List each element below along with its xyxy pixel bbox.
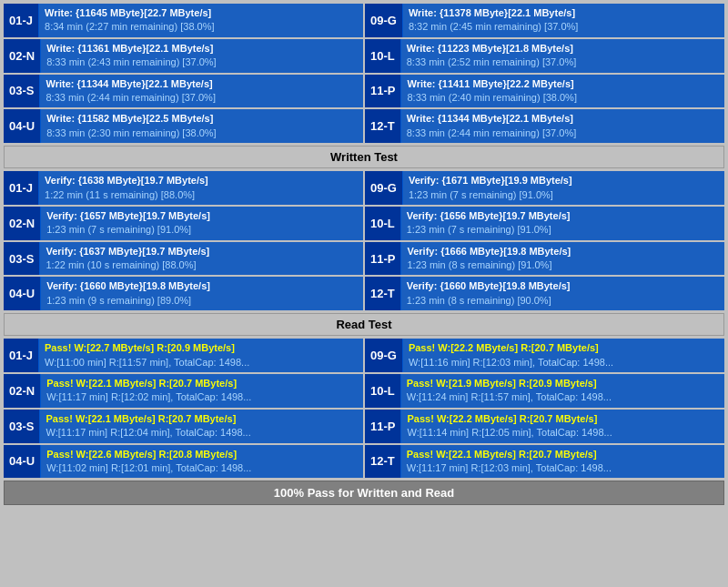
write-section: 01-JWrite: {11645 MByte}[22.7 MByte/s]8:…: [4, 4, 724, 168]
device-line1: Write: {11378 MByte}[22.1 MByte/s]: [409, 6, 719, 20]
device-card: 02-NPass! W:[22.1 MByte/s] R:[20.7 MByte…: [4, 374, 363, 408]
device-info: Verify: {1638 MByte}[19.7 MByte/s]1:22 m…: [39, 171, 363, 205]
device-id-label: 09-G: [365, 4, 403, 37]
verify-section: 01-JVerify: {1638 MByte}[19.7 MByte/s]1:…: [4, 171, 724, 336]
device-line2: 1:23 min (7 s remaining) [91.0%]: [409, 188, 719, 202]
device-info: Pass! W:[22.1 MByte/s] R:[20.7 MByte/s]W…: [40, 410, 363, 443]
device-line2: 1:23 min (7 s remaining) [91.0%]: [46, 223, 358, 237]
device-line1: Write: {11223 MByte}[21.8 MByte/s]: [407, 42, 719, 56]
device-line1: Verify: {1657 MByte}[19.7 MByte/s]: [46, 209, 358, 223]
device-card: 12-TVerify: {1660 MByte}[19.8 MByte/s]1:…: [365, 277, 724, 310]
device-card: 11-PWrite: {11411 MByte}[22.2 MByte/s]8:…: [365, 75, 724, 108]
device-info: Write: {11344 MByte}[22.1 MByte/s]8:33 m…: [40, 75, 363, 108]
device-card: 01-JVerify: {1638 MByte}[19.7 MByte/s]1:…: [4, 171, 363, 205]
device-info: Write: {11344 MByte}[22.1 MByte/s]8:33 m…: [401, 109, 724, 143]
device-card: 09-GWrite: {11378 MByte}[22.1 MByte/s]8:…: [365, 4, 724, 37]
device-id-label: 01-J: [4, 4, 39, 37]
device-id-label: 09-G: [365, 171, 403, 205]
device-info: Verify: {1656 MByte}[19.7 MByte/s]1:23 m…: [401, 207, 724, 240]
device-card: 01-JPass! W:[22.7 MByte/s] R:[20.9 MByte…: [4, 339, 363, 372]
device-info: Write: {11411 MByte}[22.2 MByte/s]8:33 m…: [401, 75, 724, 108]
device-info: Verify: {1657 MByte}[19.7 MByte/s]1:23 m…: [41, 207, 363, 240]
device-card: 12-TWrite: {11344 MByte}[22.1 MByte/s]8:…: [365, 109, 724, 143]
left-column: 01-JWrite: {11645 MByte}[22.7 MByte/s]8:…: [4, 4, 363, 143]
device-id-label: 02-N: [4, 374, 41, 408]
right-column: 09-GPass! W:[22.2 MByte/s] R:[20.7 MByte…: [365, 339, 724, 478]
device-id-label: 10-L: [365, 207, 401, 240]
device-info: Verify: {1671 MByte}[19.9 MByte/s]1:23 m…: [403, 171, 724, 205]
device-id-label: 01-J: [4, 171, 39, 205]
device-line1: Verify: {1660 MByte}[19.8 MByte/s]: [407, 279, 719, 293]
footer-bar: 100% Pass for Written and Read: [4, 481, 724, 505]
device-line2: 1:23 min (9 s remaining) [89.0%]: [46, 294, 358, 308]
device-line2: 8:33 min (2:44 min remaining) [37.0%]: [407, 127, 719, 140]
device-card: 09-GVerify: {1671 MByte}[19.9 MByte/s]1:…: [365, 171, 724, 205]
device-line2: 8:33 min (2:40 min remaining) [38.0%]: [407, 91, 719, 105]
device-line1: Pass! W:[22.1 MByte/s] R:[20.7 MByte/s]: [46, 412, 358, 426]
device-id-label: 03-S: [4, 410, 40, 443]
device-info: Write: {11223 MByte}[21.8 MByte/s]8:33 m…: [401, 39, 724, 73]
device-line2: 1:23 min (8 s remaining) [90.0%]: [407, 294, 719, 308]
device-card: 04-UWrite: {11582 MByte}[22.5 MByte/s]8:…: [4, 109, 363, 143]
device-id-label: 10-L: [365, 39, 401, 73]
device-card: 03-SWrite: {11344 MByte}[22.1 MByte/s]8:…: [4, 75, 363, 108]
device-card: 02-NVerify: {1657 MByte}[19.7 MByte/s]1:…: [4, 207, 363, 240]
device-line2: W:[11:17 min] R:[12:03 min], TotalCap: 1…: [407, 461, 719, 475]
device-card: 04-UPass! W:[22.6 MByte/s] R:[20.8 MByte…: [4, 445, 363, 479]
device-line2: W:[11:17 min] R:[12:04 min], TotalCap: 1…: [46, 426, 358, 440]
device-info: Pass! W:[22.2 MByte/s] R:[20.7 MByte/s]W…: [401, 410, 724, 443]
device-info: Verify: {1660 MByte}[19.8 MByte/s]1:23 m…: [401, 277, 724, 310]
device-line1: Write: {11582 MByte}[22.5 MByte/s]: [46, 112, 358, 126]
device-line2: W:[11:00 min] R:[11:57 min], TotalCap: 1…: [45, 356, 358, 369]
device-id-label: 03-S: [4, 242, 40, 276]
device-line1: Verify: {1656 MByte}[19.7 MByte/s]: [407, 209, 719, 223]
device-line1: Write: {11344 MByte}[22.1 MByte/s]: [407, 112, 719, 126]
device-id-label: 02-N: [4, 39, 41, 73]
device-line1: Write: {11344 MByte}[22.1 MByte/s]: [46, 77, 358, 91]
device-line2: 8:33 min (2:52 min remaining) [37.0%]: [407, 56, 719, 69]
device-id-label: 04-U: [4, 109, 41, 143]
device-id-label: 11-P: [365, 242, 401, 276]
device-info: Pass! W:[22.1 MByte/s] R:[20.7 MByte/s]W…: [41, 374, 363, 408]
device-line1: Verify: {1666 MByte}[19.8 MByte/s]: [407, 245, 719, 258]
written-test-title: Written Test: [4, 146, 724, 168]
device-line2: W:[11:24 min] R:[11:57 min], TotalCap: 1…: [407, 390, 719, 404]
device-id-label: 10-L: [365, 374, 401, 408]
device-id-label: 11-P: [365, 75, 401, 108]
device-id-label: 12-T: [365, 109, 401, 143]
device-id-label: 12-T: [365, 445, 401, 479]
main-container: 01-JWrite: {11645 MByte}[22.7 MByte/s]8:…: [0, 0, 728, 509]
left-column: 01-JVerify: {1638 MByte}[19.7 MByte/s]1:…: [4, 171, 363, 310]
device-line2: 8:33 min (2:30 min remaining) [38.0%]: [46, 127, 358, 140]
device-id-label: 04-U: [4, 277, 41, 310]
device-info: Pass! W:[22.6 MByte/s] R:[20.8 MByte/s]W…: [41, 445, 363, 479]
device-info: Verify: {1637 MByte}[19.7 MByte/s]1:22 m…: [40, 242, 363, 276]
device-line1: Verify: {1660 MByte}[19.8 MByte/s]: [46, 279, 358, 293]
device-line2: 1:23 min (7 s remaining) [91.0%]: [407, 223, 719, 237]
device-info: Write: {11582 MByte}[22.5 MByte/s]8:33 m…: [41, 109, 363, 143]
device-id-label: 04-U: [4, 445, 41, 479]
pass-grid: 01-JPass! W:[22.7 MByte/s] R:[20.9 MByte…: [4, 339, 724, 478]
write-grid: 01-JWrite: {11645 MByte}[22.7 MByte/s]8:…: [4, 4, 724, 143]
device-card: 03-SPass! W:[22.1 MByte/s] R:[20.7 MByte…: [4, 410, 363, 443]
device-line2: 8:34 min (2:27 min remaining) [38.0%]: [45, 20, 358, 34]
device-line1: Write: {11645 MByte}[22.7 MByte/s]: [45, 6, 358, 20]
device-line1: Pass! W:[21.9 MByte/s] R:[20.9 MByte/s]: [407, 377, 719, 390]
device-line1: Pass! W:[22.7 MByte/s] R:[20.9 MByte/s]: [45, 341, 358, 355]
device-line2: 1:22 min (11 s remaining) [88.0%]: [45, 188, 358, 202]
read-test-title: Read Test: [4, 313, 724, 336]
device-line2: W:[11:16 min] R:[12:03 min], TotalCap: 1…: [409, 356, 719, 369]
device-id-label: 02-N: [4, 207, 41, 240]
device-card: 09-GPass! W:[22.2 MByte/s] R:[20.7 MByte…: [365, 339, 724, 372]
device-line2: W:[11:17 min] R:[12:02 min], TotalCap: 1…: [46, 390, 358, 404]
device-card: 10-LWrite: {11223 MByte}[21.8 MByte/s]8:…: [365, 39, 724, 73]
pass-section: 01-JPass! W:[22.7 MByte/s] R:[20.9 MByte…: [4, 339, 724, 478]
device-line1: Pass! W:[22.6 MByte/s] R:[20.8 MByte/s]: [46, 448, 358, 461]
device-line1: Write: {11361 MByte}[22.1 MByte/s]: [46, 42, 358, 56]
device-info: Write: {11361 MByte}[22.1 MByte/s]8:33 m…: [41, 39, 363, 73]
device-info: Pass! W:[22.7 MByte/s] R:[20.9 MByte/s]W…: [39, 339, 363, 372]
device-info: Pass! W:[21.9 MByte/s] R:[20.9 MByte/s]W…: [401, 374, 724, 408]
device-card: 02-NWrite: {11361 MByte}[22.1 MByte/s]8:…: [4, 39, 363, 73]
device-card: 03-SVerify: {1637 MByte}[19.7 MByte/s]1:…: [4, 242, 363, 276]
left-column: 01-JPass! W:[22.7 MByte/s] R:[20.9 MByte…: [4, 339, 363, 478]
